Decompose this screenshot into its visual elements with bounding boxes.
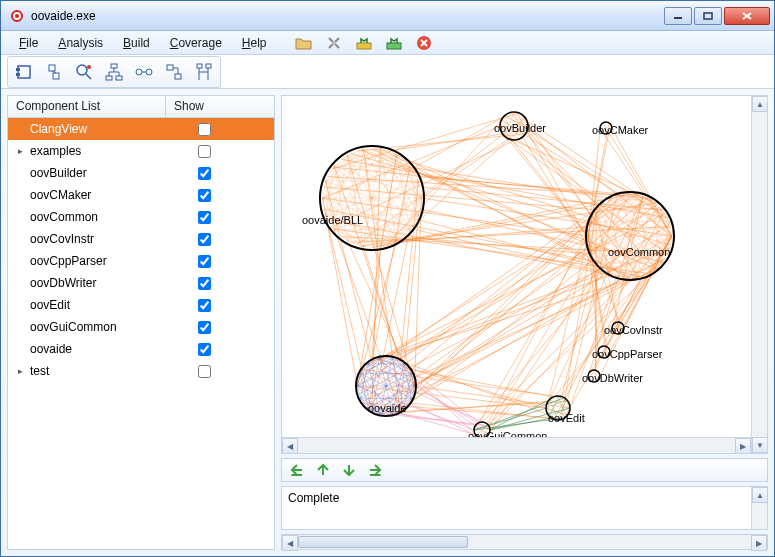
- tool-component-icon[interactable]: [12, 60, 36, 84]
- svg-rect-15: [16, 68, 20, 71]
- show-checkbox[interactable]: [198, 255, 211, 268]
- scroll-left-icon[interactable]: ◀: [282, 438, 298, 454]
- show-checkbox[interactable]: [198, 233, 211, 246]
- svg-line-135: [377, 359, 488, 435]
- show-checkbox[interactable]: [198, 299, 211, 312]
- status-scrollbar-vertical[interactable]: ▲: [751, 487, 767, 529]
- close-button[interactable]: [724, 7, 770, 25]
- list-row-oovDbWriter[interactable]: oovDbWriter: [8, 272, 274, 294]
- list-row-oovBuilder[interactable]: oovBuilder: [8, 162, 274, 184]
- settings-icon[interactable]: [325, 34, 343, 52]
- list-row-oovGuiCommon[interactable]: oovGuiCommon: [8, 316, 274, 338]
- tool-flow-icon[interactable]: [162, 60, 186, 84]
- show-checkbox[interactable]: [198, 277, 211, 290]
- toolbar-group: [7, 56, 221, 88]
- list-body: ClangView▸examplesoovBuilderoovCMakeroov…: [8, 118, 274, 549]
- expander-icon[interactable]: ▸: [14, 146, 26, 156]
- list-header: Component List Show: [8, 96, 274, 118]
- status-scroll-left-icon[interactable]: ◀: [282, 535, 298, 551]
- nav-last-icon[interactable]: [366, 461, 384, 479]
- tool-zoom-icon[interactable]: [72, 60, 96, 84]
- tool-hierarchy-icon[interactable]: [102, 60, 126, 84]
- show-checkbox[interactable]: [198, 365, 211, 378]
- show-cell: [164, 318, 270, 337]
- graph-canvas[interactable]: [282, 96, 754, 454]
- nav-up-icon[interactable]: [314, 461, 332, 479]
- col-header-show[interactable]: Show: [166, 96, 274, 117]
- show-checkbox[interactable]: [198, 211, 211, 224]
- svg-point-31: [146, 69, 152, 75]
- list-row-oovCppParser[interactable]: oovCppParser: [8, 250, 274, 272]
- dependency-graph[interactable]: oovBuilder oovCMaker oovaide/BLL oovComm…: [281, 95, 768, 454]
- window-title: oovaide.exe: [31, 9, 96, 23]
- show-cell: [164, 208, 270, 227]
- list-row-ClangView[interactable]: ClangView: [8, 118, 274, 140]
- show-checkbox[interactable]: [198, 167, 211, 180]
- graph-scrollbar-vertical[interactable]: ▲ ▼: [751, 96, 767, 453]
- menu-build[interactable]: Build: [113, 33, 160, 53]
- menu-coverage[interactable]: Coverage: [160, 33, 232, 53]
- list-row-oovCommon[interactable]: oovCommon: [8, 206, 274, 228]
- svg-point-1: [15, 14, 19, 18]
- status-scrollbar-horizontal[interactable]: ◀ ▶: [281, 534, 768, 550]
- graph-scrollbar-horizontal[interactable]: ◀ ▶: [282, 437, 751, 453]
- show-cell: [164, 230, 270, 249]
- svg-rect-33: [167, 65, 173, 70]
- show-cell: [164, 340, 270, 359]
- list-row-oovaide[interactable]: oovaide: [8, 338, 274, 360]
- list-row-oovCMaker[interactable]: oovCMaker: [8, 184, 274, 206]
- svg-rect-9: [357, 43, 371, 49]
- minimize-button[interactable]: [664, 7, 692, 25]
- status-scroll-up-icon[interactable]: ▲: [752, 487, 768, 503]
- status-panel: Complete ▲: [281, 486, 768, 530]
- tool-sequence-icon[interactable]: [192, 60, 216, 84]
- row-label: oovCMaker: [26, 188, 164, 202]
- scroll-up-icon[interactable]: ▲: [752, 96, 768, 112]
- svg-line-114: [398, 248, 590, 360]
- build-release-icon[interactable]: [385, 34, 403, 52]
- build-debug-icon[interactable]: [355, 34, 373, 52]
- show-checkbox[interactable]: [198, 123, 211, 136]
- list-row-oovEdit[interactable]: oovEdit: [8, 294, 274, 316]
- right-panel: oovBuilder oovCMaker oovaide/BLL oovComm…: [281, 95, 768, 550]
- svg-line-99: [405, 259, 595, 408]
- menu-analysis[interactable]: Analysis: [48, 33, 113, 53]
- menu-file[interactable]: File: [9, 33, 48, 53]
- menu-help[interactable]: Help: [232, 33, 277, 53]
- open-folder-icon[interactable]: [295, 34, 313, 52]
- list-row-examples[interactable]: ▸examples: [8, 140, 274, 162]
- scroll-right-icon[interactable]: ▶: [735, 438, 751, 454]
- list-row-test[interactable]: ▸test: [8, 360, 274, 382]
- expander-icon[interactable]: ▸: [14, 366, 26, 376]
- node-label-oovCovInstr: oovCovInstr: [604, 324, 663, 336]
- tool-module-icon[interactable]: [42, 60, 66, 84]
- nav-down-icon[interactable]: [340, 461, 358, 479]
- list-row-oovCovInstr[interactable]: oovCovInstr: [8, 228, 274, 250]
- node-label-oovDbWriter: oovDbWriter: [582, 372, 643, 384]
- row-label: oovGuiCommon: [26, 320, 164, 334]
- svg-rect-17: [49, 65, 55, 71]
- row-label: oovCppParser: [26, 254, 164, 268]
- row-label: test: [26, 364, 164, 378]
- svg-rect-14: [18, 66, 30, 78]
- show-cell: [164, 362, 270, 381]
- row-label: oovBuilder: [26, 166, 164, 180]
- show-checkbox[interactable]: [198, 343, 211, 356]
- stop-icon[interactable]: [415, 34, 433, 52]
- svg-point-20: [77, 65, 87, 75]
- svg-point-22: [87, 65, 91, 69]
- maximize-button[interactable]: [694, 7, 722, 25]
- svg-rect-25: [116, 76, 122, 80]
- scroll-down-icon[interactable]: ▼: [752, 437, 768, 453]
- show-checkbox[interactable]: [198, 145, 211, 158]
- node-label-oovaideBLL: oovaide/BLL: [302, 214, 363, 226]
- status-scroll-right-icon[interactable]: ▶: [751, 535, 767, 551]
- col-header-name[interactable]: Component List: [8, 96, 166, 117]
- status-scroll-thumb[interactable]: [298, 536, 468, 548]
- tool-dependency-icon[interactable]: [132, 60, 156, 84]
- show-checkbox[interactable]: [198, 189, 211, 202]
- nav-first-icon[interactable]: [288, 461, 306, 479]
- show-checkbox[interactable]: [198, 321, 211, 334]
- svg-line-191: [487, 206, 600, 424]
- window-frame: oovaide.exe File Analysis Build Coverage…: [0, 0, 775, 557]
